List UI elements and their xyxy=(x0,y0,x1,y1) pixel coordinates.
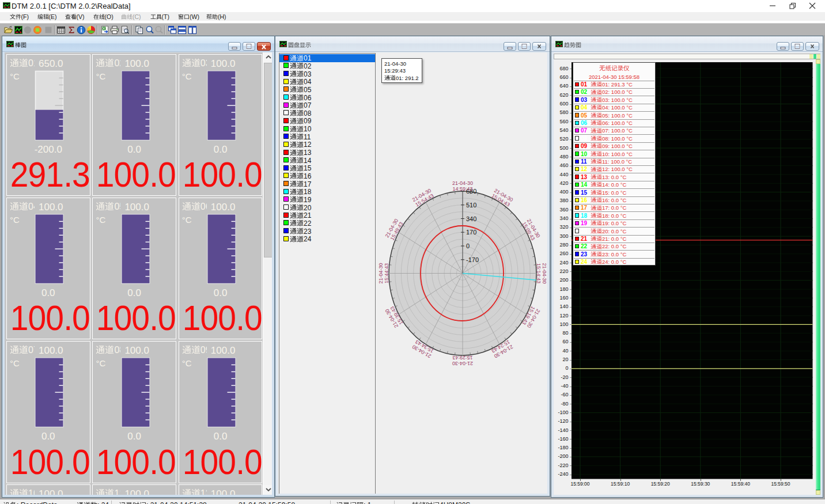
svg-text:21-04-3015:44:43: 21-04-3015:44:43 xyxy=(378,263,389,283)
svg-text:170: 170 xyxy=(466,229,476,236)
svg-text:21-04-3015:14:43: 21-04-3015:14:43 xyxy=(536,263,547,283)
svg-text:510: 510 xyxy=(466,202,476,209)
svg-text:340: 340 xyxy=(466,215,476,222)
svg-text:21-04-3015:29:43: 21-04-3015:29:43 xyxy=(452,355,473,366)
svg-text:0: 0 xyxy=(466,242,470,249)
svg-text:21-04-3014:59:43: 21-04-3014:59:43 xyxy=(452,180,473,192)
svg-text:-170: -170 xyxy=(466,256,479,263)
